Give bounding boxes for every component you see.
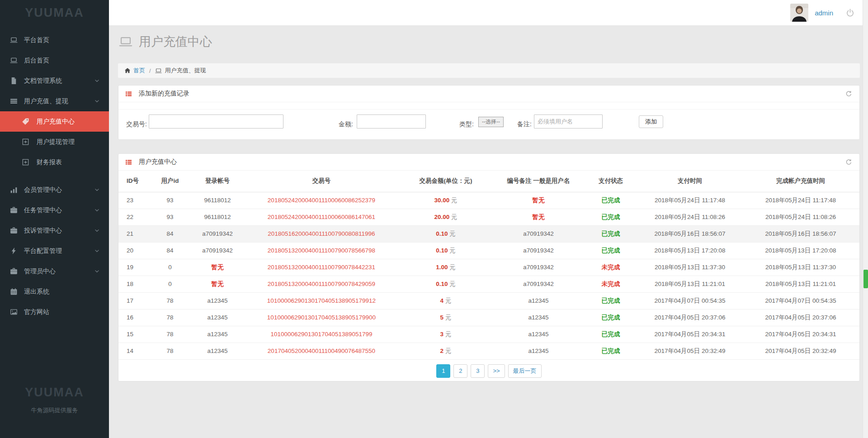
add-panel-title: 添加新的充值记录 xyxy=(139,90,189,98)
page-button-last[interactable]: 最后一页 xyxy=(508,364,542,378)
cell-pay-time: 2018年05月13日 17:20:08 xyxy=(638,242,742,259)
briefcase-icon xyxy=(10,227,18,234)
sidebar-item-label: 平台配置管理 xyxy=(24,247,62,255)
cell-finish-time: 2017年04月07日 00:54:35 xyxy=(742,292,859,309)
cell-pay-time: 2018年05月24日 11:08:26 xyxy=(638,209,742,225)
cell-finish-time: 2018年05月16日 18:56:07 xyxy=(742,225,859,242)
cell-txn: 20180513200040011100790078429059 xyxy=(245,276,398,292)
cell-pay-time: 2018年05月13日 11:21:01 xyxy=(638,276,742,292)
laptop-icon xyxy=(155,67,162,74)
tag-icon xyxy=(22,118,29,125)
page-button-1[interactable]: 1 xyxy=(436,364,450,378)
refresh-icon[interactable] xyxy=(845,159,852,166)
sidebar-item-label: 管理员中心 xyxy=(24,267,56,276)
txn-input[interactable] xyxy=(149,114,283,129)
chevron-down-icon xyxy=(94,248,100,254)
page-button-next[interactable]: >> xyxy=(488,364,505,378)
user-avatar[interactable] xyxy=(790,4,808,22)
sidebar-item-finance-report[interactable]: 财务报表 xyxy=(0,152,109,172)
sidebar-item-complaint-center[interactable]: 投诉管理中心 xyxy=(0,220,109,241)
panel-divider xyxy=(118,102,859,110)
chevron-down-icon xyxy=(94,78,100,84)
amount-value: 30.00 xyxy=(434,197,449,204)
cell-status: 未完成 xyxy=(584,259,638,276)
amount-unit: 元 xyxy=(448,281,456,287)
cell-user-id: 0 xyxy=(150,259,190,276)
scrollbar-thumb[interactable] xyxy=(863,270,868,288)
chevron-down-icon xyxy=(94,207,100,213)
cell-id: 15 xyxy=(118,326,150,343)
page-button-2[interactable]: 2 xyxy=(453,364,467,378)
cell-status: 已完成 xyxy=(584,192,638,209)
sidebar-item-recharge-center[interactable]: 用户充值中心 xyxy=(0,111,109,132)
refresh-icon[interactable] xyxy=(845,90,852,97)
breadcrumb-home-link[interactable]: 首页 xyxy=(133,67,145,75)
cell-note: a12345 xyxy=(493,292,584,309)
cell-finish-time: 2018年05月24日 11:08:26 xyxy=(742,209,859,225)
cell-pay-time: 2018年05月13日 11:37:30 xyxy=(638,259,742,276)
sidebar-item-platform-config[interactable]: 平台配置管理 xyxy=(0,241,109,261)
cell-account: a70919342 xyxy=(190,225,245,242)
sidebar-item-platform-home[interactable]: 平台首页 xyxy=(0,30,109,50)
cell-user-id: 93 xyxy=(150,192,190,209)
amount-label: 金额: xyxy=(339,120,353,129)
sidebar-item-member-center[interactable]: 会员管理中心 xyxy=(0,180,109,200)
amount-value: 0.10 xyxy=(436,230,448,237)
cell-account: a12345 xyxy=(190,292,245,309)
scrollbar-track[interactable] xyxy=(863,0,868,438)
cell-note: a70919342 xyxy=(493,242,584,259)
cell-note: 暂无 xyxy=(493,209,584,225)
col-account: 登录帐号 xyxy=(190,171,245,192)
type-select[interactable]: --选择-- xyxy=(478,117,504,127)
sidebar-item-withdraw-manage[interactable]: 用户提现管理 xyxy=(0,132,109,152)
list-icon xyxy=(10,97,18,105)
page-title-text: 用户充值中心 xyxy=(139,33,212,50)
cell-amount: 20.00 元 xyxy=(398,209,493,225)
sidebar-item-logout[interactable]: 退出系统 xyxy=(0,281,109,302)
txn-label: 交易号: xyxy=(126,120,147,129)
cell-account: a12345 xyxy=(190,326,245,343)
sidebar-item-recharge-withdraw[interactable]: 用户充值、提现 xyxy=(0,91,109,111)
note-input[interactable] xyxy=(534,114,603,129)
breadcrumb-separator: / xyxy=(149,67,151,74)
cell-status: 已完成 xyxy=(584,326,638,343)
amount-value: 3 xyxy=(440,331,444,338)
cell-user-id: 93 xyxy=(150,209,190,225)
cell-account: 96118012 xyxy=(190,209,245,225)
sidebar-item-document-system[interactable]: 文档管理系统 xyxy=(0,71,109,91)
sidebar-item-task-center[interactable]: 任务管理中心 xyxy=(0,200,109,220)
cell-txn: 20180524200040011100060086147061 xyxy=(245,209,398,225)
amount-unit: 元 xyxy=(443,297,451,304)
cell-amount: 5 元 xyxy=(398,309,493,326)
col-id: ID号 xyxy=(118,171,150,192)
sidebar-item-official-site[interactable]: 官方网站 xyxy=(0,302,109,322)
col-txn: 交易号 xyxy=(245,171,398,192)
username-link[interactable]: admin xyxy=(815,9,833,17)
table-panel-title: 用户充值中心 xyxy=(139,158,177,166)
cell-amount: 2 元 xyxy=(398,343,493,359)
cell-pay-time: 2018年05月24日 11:17:48 xyxy=(638,192,742,209)
cell-account: a70919342 xyxy=(190,242,245,259)
cell-user-id: 0 xyxy=(150,276,190,292)
cell-txn: 20180513200040011100790078566798 xyxy=(245,242,398,259)
amount-input[interactable] xyxy=(357,114,426,129)
amount-value: 0.10 xyxy=(436,247,448,254)
cell-finish-time: 2018年05月13日 17:20:08 xyxy=(742,242,859,259)
amount-unit: 元 xyxy=(449,214,457,220)
add-button[interactable]: 添加 xyxy=(639,115,663,128)
power-icon[interactable] xyxy=(846,9,854,17)
chevron-down-icon xyxy=(94,98,100,104)
cell-txn: 20180513200040011100790078442231 xyxy=(245,259,398,276)
cell-id: 22 xyxy=(118,209,150,225)
laptop-icon xyxy=(10,36,18,44)
page-button-3[interactable]: 3 xyxy=(471,364,485,378)
sidebar-item-label: 退出系统 xyxy=(24,288,49,296)
amount-value: 2 xyxy=(440,348,444,354)
cell-pay-time: 2017年04月05日 20:37:06 xyxy=(638,309,742,326)
page-title: 用户充值中心 xyxy=(119,33,212,50)
sidebar-item-admin-center[interactable]: 管理员中心 xyxy=(0,261,109,281)
sidebar-item-label: 用户提现管理 xyxy=(37,138,75,146)
cell-account: 暂无 xyxy=(190,259,245,276)
cell-id: 23 xyxy=(118,192,150,209)
sidebar-item-admin-home[interactable]: 后台首页 xyxy=(0,50,109,71)
